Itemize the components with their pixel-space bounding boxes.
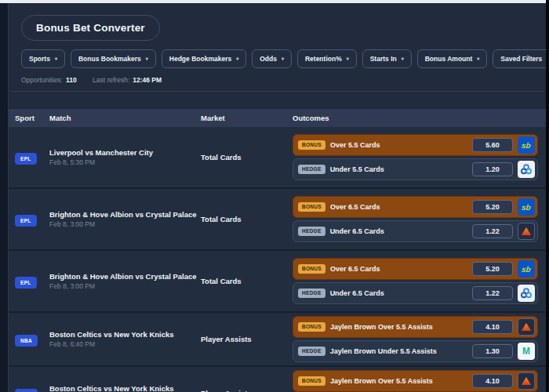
app-window: Bonus Bet Converter Sports ▾ Bonus Bookm… <box>0 0 549 392</box>
bonus-tag: BONUS <box>298 140 325 151</box>
table-body: EPL Liverpool vs Manchester City Feb 8, … <box>9 127 546 392</box>
market-label: Player Assists <box>201 389 293 392</box>
bonus-outcome-row[interactable]: BONUS Jaylen Brown Over 5.5 Assists 4.10 <box>293 316 538 338</box>
bonus-tag: BONUS <box>298 202 325 212</box>
top-strip <box>0 0 549 3</box>
bonus-tag: BONUS <box>298 376 325 387</box>
stats-bar: Opportunities:110 Last refresh:12:46 PM <box>21 76 546 84</box>
filter-bar: Sports ▾ Bonus Bookmakers ▾ Hedge Bookma… <box>21 49 546 68</box>
filter-bonus-amount[interactable]: Bonus Amount ▾ <box>417 49 488 68</box>
filter-button-label: Starts In <box>370 55 397 63</box>
hedge-outcome-row[interactable]: HEDGE Under 5.5 Cards 1.20 <box>293 158 538 180</box>
screen-right-border <box>546 0 549 392</box>
hedge-outcome-label: Under 6.5 Cards <box>330 227 384 235</box>
blue-rings-bookmaker-icon <box>518 161 535 178</box>
hedge-tag: HEDGE <box>298 289 325 299</box>
bonus-outcome-row[interactable]: BONUS Over 6.5 Cards 5.20 sb <box>293 196 538 218</box>
market-label: Total Cards <box>201 153 293 162</box>
bonus-outcome-label: Over 6.5 Cards <box>330 203 380 211</box>
last-refresh-value: 12:46 PM <box>133 76 162 84</box>
bonus-odds-value: 5.20 <box>472 262 513 276</box>
sport-badge: NBA <box>15 389 38 392</box>
filter-bonus-bookmakers[interactable]: Bonus Bookmakers ▾ <box>71 49 156 68</box>
bonus-odds-value: 5.20 <box>472 200 513 214</box>
triangle-bookmaker-icon <box>518 223 535 240</box>
hedge-tag: HEDGE <box>298 165 325 175</box>
bonus-outcome-row[interactable]: BONUS Over 5.5 Cards 5.60 sb <box>293 134 538 156</box>
chevron-down-icon: ▾ <box>347 56 349 61</box>
bonus-odds-value: 4.10 <box>472 320 513 334</box>
hedge-outcome-label: Jaylen Brown Under 5.5 Assists <box>330 347 437 355</box>
opportunities-label: Opportunities: <box>21 76 63 84</box>
match-name: Boston Celtics vs New York Knicks <box>49 384 201 392</box>
filter-odds[interactable]: Odds ▾ <box>252 49 292 68</box>
hedge-outcome-row[interactable]: HEDGE Under 6.5 Cards 1.22 <box>293 282 538 304</box>
bonus-tag: BONUS <box>298 264 325 274</box>
chevron-down-icon: ▾ <box>236 56 238 61</box>
market-label: Total Cards <box>201 215 293 223</box>
hedge-odds-value: 1.30 <box>472 344 513 358</box>
chevron-down-icon: ▾ <box>282 56 284 61</box>
bonus-outcome-label: Over 6.5 Cards <box>330 265 380 273</box>
hedge-outcome-row[interactable]: HEDGE Jaylen Brown Under 5.5 Assists 1.3… <box>293 340 538 362</box>
last-refresh-label: Last refresh: <box>93 76 129 84</box>
bonus-outcome-row[interactable]: BONUS Jaylen Brown Over 5.5 Assists 4.10 <box>293 370 538 392</box>
filter-button-label: Hedge Bookmakers <box>169 55 231 63</box>
bonus-outcome-label: Jaylen Brown Over 5.5 Assists <box>330 377 433 385</box>
bonus-outcome-label: Over 5.5 Cards <box>330 141 380 149</box>
market-label: Player Assists <box>201 335 293 343</box>
column-header-sport: Sport <box>15 114 49 122</box>
sport-badge: EPL <box>15 277 37 289</box>
match-name: Liverpool vs Manchester City <box>49 148 201 158</box>
column-header-outcomes: Outcomes <box>293 114 546 122</box>
filter-retention[interactable]: Retention% ▾ <box>297 49 357 68</box>
hedge-odds-value: 1.22 <box>472 286 513 300</box>
bonus-outcome-row[interactable]: BONUS Over 6.5 Cards 5.20 sb <box>293 258 538 280</box>
market-label: Total Cards <box>201 277 293 285</box>
opportunities-value: 110 <box>66 76 77 84</box>
filter-saved-filters[interactable]: Saved Filters ▾ <box>493 49 549 68</box>
chevron-down-icon: ▾ <box>55 56 57 61</box>
match-time: Feb 8, 6:40 PM <box>49 340 201 348</box>
table-row: NBA Boston Celtics vs New York Knicks Fe… <box>9 313 546 367</box>
table-header-row: Sport Match Market Outcomes <box>9 109 546 127</box>
hedge-odds-value: 1.22 <box>472 224 513 238</box>
column-header-market: Market <box>201 114 293 122</box>
bonus-outcome-label: Jaylen Brown Over 5.5 Assists <box>330 323 433 331</box>
hedge-outcome-row[interactable]: HEDGE Under 6.5 Cards 1.22 <box>293 220 538 242</box>
hedge-outcome-label: Under 6.5 Cards <box>330 289 384 297</box>
bonus-tag: BONUS <box>298 322 325 332</box>
bonus-odds-value: 5.60 <box>472 138 513 152</box>
match-name: Boston Celtics vs New York Knicks <box>49 330 201 339</box>
filter-button-label: Bonus Amount <box>425 55 473 63</box>
chevron-down-icon: ▾ <box>477 56 479 61</box>
match-name: Brighton & Hove Albion vs Crystal Palace <box>49 272 201 281</box>
filter-button-label: Retention% <box>305 55 342 63</box>
sportsbet-bookmaker-icon: sb <box>518 136 535 154</box>
sport-badge: NBA <box>15 335 38 347</box>
filter-starts-in[interactable]: Starts In ▾ <box>362 49 412 68</box>
triangle-bookmaker-icon <box>518 318 535 336</box>
filter-hedge-bookmakers[interactable]: Hedge Bookmakers ▾ <box>162 49 246 68</box>
filter-button-label: Bonus Bookmakers <box>78 55 141 63</box>
main-content: Bonus Bet Converter Sports ▾ Bonus Bookm… <box>9 3 546 392</box>
chevron-down-icon: ▾ <box>402 56 404 61</box>
table-row: EPL Liverpool vs Manchester City Feb 8, … <box>9 127 546 189</box>
sport-badge: EPL <box>15 153 37 165</box>
filter-button-label: Odds <box>260 55 277 63</box>
hedge-tag: HEDGE <box>298 347 325 357</box>
table-row: NBA Boston Celtics vs New York Knicks Fe… <box>9 367 546 392</box>
column-header-match: Match <box>49 114 201 122</box>
page-title-label: Bonus Bet Converter <box>36 22 145 34</box>
filter-button-label: Saved Filters <box>500 55 542 63</box>
sport-badge: EPL <box>15 215 37 227</box>
chevron-down-icon: ▾ <box>146 56 148 61</box>
filter-sports[interactable]: Sports ▾ <box>21 49 65 68</box>
divider <box>10 91 544 92</box>
match-name: Brighton & Hove Albion vs Crystal Palace <box>49 210 201 220</box>
table-row: EPL Brighton & Hove Albion vs Crystal Pa… <box>9 251 546 313</box>
page-title: Bonus Bet Converter <box>21 15 160 41</box>
opportunities-table: Sport Match Market Outcomes EPL Liverpoo… <box>9 109 546 392</box>
m-letter-bookmaker-icon: M <box>518 343 535 360</box>
sportsbet-bookmaker-icon: sb <box>518 198 535 216</box>
